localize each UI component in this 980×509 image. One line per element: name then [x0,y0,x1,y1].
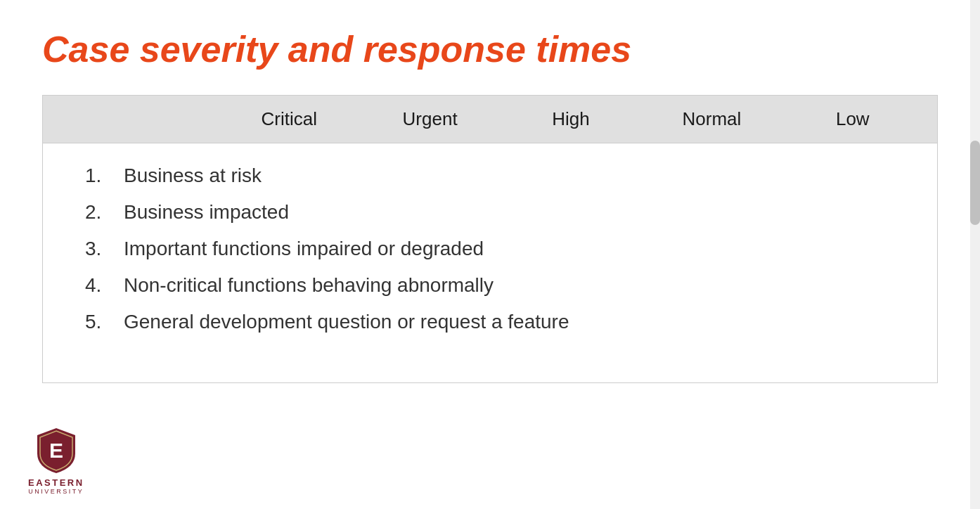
logo-eastern-text: EASTERN [28,477,84,488]
scrollbar[interactable] [970,0,980,509]
svg-text:E: E [49,439,63,462]
list-text-1: Business at risk [124,165,262,187]
list-number-1: 1. [85,165,124,187]
list-text-4: Non-critical functions behaving abnormal… [124,274,494,297]
list-item: 2. Business impacted [85,201,923,224]
scrollbar-thumb[interactable] [970,141,980,225]
header-critical: Critical [219,108,359,130]
eastern-university-shield: E [36,427,77,475]
list-number-3: 3. [85,238,124,260]
list-item: 5. General development question or reque… [85,311,923,333]
list-item: 1. Business at risk [85,165,923,187]
list-text-2: Business impacted [124,201,289,224]
header-empty [57,108,219,130]
list-number-4: 4. [85,274,124,297]
list-text-3: Important functions impaired or degraded [124,238,484,260]
list-text-5: General development question or request … [124,311,569,333]
list-item: 4. Non-critical functions behaving abnor… [85,274,923,297]
university-logo: E EASTERN UNIVERSITY [28,427,84,495]
page-title: Case severity and response times [42,28,938,70]
header-urgent: Urgent [359,108,500,130]
list-number-5: 5. [85,311,124,333]
list-number-2: 2. [85,201,124,224]
header-low: Low [782,108,923,130]
header-high: High [501,108,641,130]
severity-list: 1. Business at risk 2. Business impacted… [85,165,923,333]
table-header: Critical Urgent High Normal Low [43,96,937,143]
list-item: 3. Important functions impaired or degra… [85,238,923,260]
logo-university-text: UNIVERSITY [28,488,84,495]
severity-table: Critical Urgent High Normal Low 1. Busin… [42,95,938,383]
page-container: Case severity and response times Critica… [0,0,980,509]
table-body: 1. Business at risk 2. Business impacted… [43,143,937,382]
header-normal: Normal [641,108,782,130]
